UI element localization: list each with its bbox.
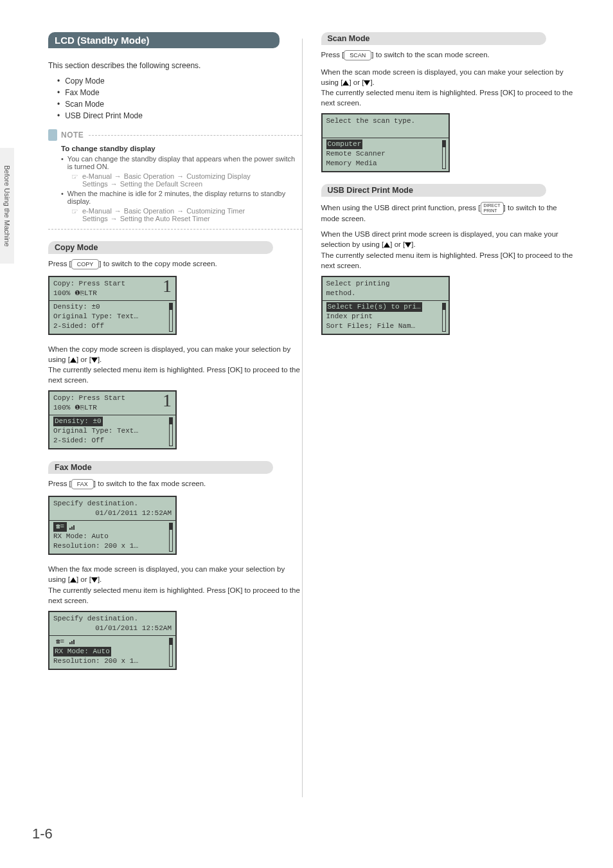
scan-key: SCAN bbox=[344, 50, 371, 60]
list-item: Copy Mode bbox=[57, 77, 302, 86]
lcd-line: 2-Sided: Off bbox=[53, 436, 172, 446]
lcd-line: Memory Media bbox=[326, 159, 445, 168]
lcd-line: ☎= bbox=[53, 637, 172, 647]
copy-key: COPY bbox=[71, 259, 100, 269]
ref-part: Setting the Default Screen bbox=[120, 180, 202, 188]
down-arrow-icon bbox=[364, 80, 370, 86]
signal-icon bbox=[69, 639, 75, 644]
lcd-fax-1: Specify destination. 01/01/2011 12:52AM … bbox=[48, 496, 177, 555]
down-arrow-icon bbox=[91, 357, 98, 363]
note-item: •When the machine is idle for 2 minutes,… bbox=[61, 190, 302, 205]
scrollbar bbox=[169, 417, 173, 446]
lcd-line: Index print bbox=[326, 312, 445, 321]
lcd-line bbox=[326, 126, 445, 136]
lcd-line: Sort Files; File Nam… bbox=[326, 321, 445, 331]
lcd-line: Select the scan type. bbox=[326, 116, 445, 126]
page-number: 1-6 bbox=[32, 826, 53, 842]
note-item-text: When the machine is idle for 2 minutes, … bbox=[67, 190, 302, 205]
lcd-line: 01/01/2011 12:52AM bbox=[53, 509, 172, 518]
down-arrow-icon bbox=[405, 242, 411, 248]
press-instruction: Press [SCAN] to switch to the scan mode … bbox=[321, 50, 575, 60]
ref-link: ☞ e-Manual→Basic Operation→Customizing T… bbox=[71, 207, 302, 222]
description: When the fax mode screen is displayed, y… bbox=[48, 564, 302, 605]
up-arrow-icon bbox=[342, 80, 349, 86]
lcd-line-hl: Computer bbox=[326, 140, 445, 149]
lcd-line: Density: ±0 bbox=[53, 302, 172, 312]
lcd-line-hl: Select File(s) to pri… bbox=[326, 302, 445, 312]
lcd-line: RX Mode: Auto bbox=[53, 532, 172, 541]
press-instruction: Press [COPY] to switch to the copy mode … bbox=[48, 259, 302, 269]
ref-part: Basic Operation bbox=[124, 207, 174, 215]
up-arrow-icon bbox=[70, 357, 76, 363]
lcd-counter: 1 bbox=[163, 392, 172, 410]
down-arrow-icon bbox=[91, 577, 98, 583]
dash-rule bbox=[48, 229, 302, 230]
lcd-line: Original Type: Text… bbox=[53, 426, 172, 436]
hand-icon: ☞ bbox=[71, 207, 78, 216]
lcd-counter: 1 bbox=[163, 277, 172, 295]
scrollbar bbox=[169, 523, 173, 552]
press-instruction: Press [FAX] to switch to the fax mode sc… bbox=[48, 479, 302, 489]
paper-icon: ❶⎘ bbox=[75, 404, 84, 411]
list-item: Scan Mode bbox=[57, 100, 302, 109]
section-copy-mode: Copy Mode bbox=[48, 241, 273, 254]
lcd-line: 01/01/2011 12:52AM bbox=[53, 624, 172, 633]
press-instruction: When using the USB direct print function… bbox=[321, 202, 575, 222]
dash-rule bbox=[89, 135, 301, 136]
note-item: •You can change the standby display that… bbox=[61, 155, 302, 170]
lcd-line: Resolution: 200 x 1… bbox=[53, 656, 172, 666]
ref-part: Setting the Auto Reset Timer bbox=[120, 215, 210, 222]
text: ] to switch to the copy mode screen. bbox=[99, 260, 217, 267]
section-scan-mode: Scan Mode bbox=[321, 32, 546, 45]
scrollbar bbox=[169, 638, 173, 667]
screens-list: Copy Mode Fax Mode Scan Mode USB Direct … bbox=[57, 77, 302, 120]
lcd-copy-1: Copy: Press Start 100% ❶⎘LTR 1 Density: … bbox=[48, 276, 177, 335]
description: When the USB direct print mode screen is… bbox=[321, 229, 575, 270]
list-item: Fax Mode bbox=[57, 88, 302, 97]
lcd-line-hl: RX Mode: Auto bbox=[53, 647, 172, 656]
lcd-line-hl: ☎= bbox=[53, 522, 172, 532]
signal-icon bbox=[69, 525, 75, 530]
lcd-line-hl: Density: ±0 bbox=[53, 417, 172, 426]
section-usb-mode: USB Direct Print Mode bbox=[321, 184, 546, 197]
fax-key: FAX bbox=[71, 479, 94, 489]
ref-part: e-Manual bbox=[82, 172, 112, 180]
description: When the copy mode screen is displayed, … bbox=[48, 344, 302, 385]
intro-text: This section describes the following scr… bbox=[48, 61, 302, 70]
lcd-line: Copy: Press Start bbox=[53, 279, 172, 289]
lcd-line: method. bbox=[326, 289, 445, 298]
direct-print-key: DIRECTPRINT bbox=[481, 202, 504, 215]
column-divider bbox=[302, 39, 303, 797]
note-item-text: You can change the standby display that … bbox=[67, 155, 302, 170]
scrollbar bbox=[169, 303, 173, 332]
list-item: USB Direct Print Mode bbox=[57, 111, 302, 120]
lcd-line: 100% ❶⎘LTR bbox=[53, 289, 172, 298]
section-fax-mode: Fax Mode bbox=[48, 461, 273, 474]
lcd-line: Remote Scanner bbox=[326, 149, 445, 159]
lcd-line: 2-Sided: Off bbox=[53, 321, 172, 331]
page-title: LCD (Standby Mode) bbox=[48, 32, 280, 48]
note-heading: To change standby display bbox=[61, 145, 302, 152]
lcd-usb: Select printing method. Select File(s) t… bbox=[321, 276, 450, 335]
lcd-line: 100% ❶⎘LTR bbox=[53, 403, 172, 413]
up-arrow-icon bbox=[70, 577, 76, 583]
note-label: NOTE bbox=[61, 131, 84, 140]
ref-part: Basic Operation bbox=[124, 172, 174, 180]
ref-part: e-Manual bbox=[82, 207, 112, 215]
paper-icon: ❶⎘ bbox=[75, 290, 84, 297]
up-arrow-icon bbox=[384, 242, 390, 248]
description: When the scan mode screen is displayed, … bbox=[321, 67, 575, 108]
lcd-line: Copy: Press Start bbox=[53, 393, 172, 403]
lcd-fax-2: Specify destination. 01/01/2011 12:52AM … bbox=[48, 611, 177, 670]
lcd-line: Resolution: 200 x 1… bbox=[53, 541, 172, 551]
lcd-line: Original Type: Text… bbox=[53, 312, 172, 321]
lcd-scan: Select the scan type. Computer Remote Sc… bbox=[321, 113, 450, 172]
scrollbar bbox=[442, 303, 446, 332]
scrollbar bbox=[442, 140, 446, 169]
lcd-line: Select printing bbox=[326, 279, 445, 289]
ref-link: ☞ e-Manual→Basic Operation→Customizing D… bbox=[71, 172, 302, 188]
text: Press [ bbox=[48, 260, 71, 267]
hand-icon: ☞ bbox=[71, 172, 78, 181]
lcd-line: Specify destination. bbox=[53, 614, 172, 624]
note-icon bbox=[48, 129, 57, 141]
